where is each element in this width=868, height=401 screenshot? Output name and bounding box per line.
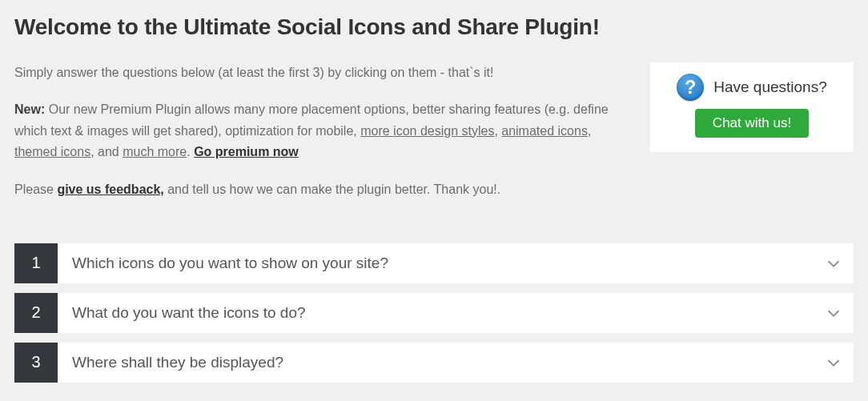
accordion: 1 Which icons do you want to show on you… (14, 243, 854, 383)
accordion-label: What do you want the icons to do? (58, 293, 814, 333)
question-icon: ? (677, 74, 704, 101)
chevron-down-icon (814, 343, 854, 383)
new-label: New: (14, 102, 45, 116)
feedback-suffix: and tell us how we can make the plugin b… (164, 182, 500, 196)
chevron-down-icon (814, 293, 854, 333)
link-feedback[interactable]: give us feedback, (57, 182, 163, 196)
accordion-number: 1 (14, 243, 58, 283)
help-card: ? Have questions? Chat with us! (650, 62, 854, 152)
accordion-number: 2 (14, 293, 58, 333)
help-title: Have questions? (713, 78, 827, 96)
sep4: . (187, 145, 194, 158)
link-much-more[interactable]: much more (123, 145, 187, 158)
sep3: , and (90, 145, 123, 158)
accordion-label: Which icons do you want to show on your … (58, 243, 814, 283)
sep2: , (588, 124, 591, 138)
feedback-prefix: Please (14, 182, 57, 196)
page-title: Welcome to the Ultimate Social Icons and… (14, 14, 854, 40)
accordion-item-2[interactable]: 2 What do you want the icons to do? (14, 293, 854, 333)
intro-text: Simply answer the questions below (at le… (14, 62, 631, 83)
link-animated-icons[interactable]: animated icons (501, 124, 588, 138)
link-themed-icons[interactable]: themed icons (14, 145, 90, 158)
link-go-premium[interactable]: Go premium now (194, 145, 299, 158)
copy-block: Simply answer the questions below (at le… (14, 62, 631, 216)
accordion-item-1[interactable]: 1 Which icons do you want to show on you… (14, 243, 854, 283)
chevron-down-icon (814, 243, 854, 283)
feedback-text: Please give us feedback, and tell us how… (14, 179, 631, 200)
content-row: Simply answer the questions below (at le… (14, 62, 854, 216)
accordion-label: Where shall they be displayed? (58, 343, 814, 383)
accordion-item-3[interactable]: 3 Where shall they be displayed? (14, 343, 854, 383)
new-text: New: Our new Premium Plugin allows many … (14, 99, 631, 162)
sep1: , (494, 124, 501, 138)
help-header: ? Have questions? (665, 74, 839, 101)
link-more-styles[interactable]: more icon design styles (360, 124, 494, 138)
chat-button[interactable]: Chat with us! (695, 109, 809, 138)
accordion-number: 3 (14, 343, 58, 383)
